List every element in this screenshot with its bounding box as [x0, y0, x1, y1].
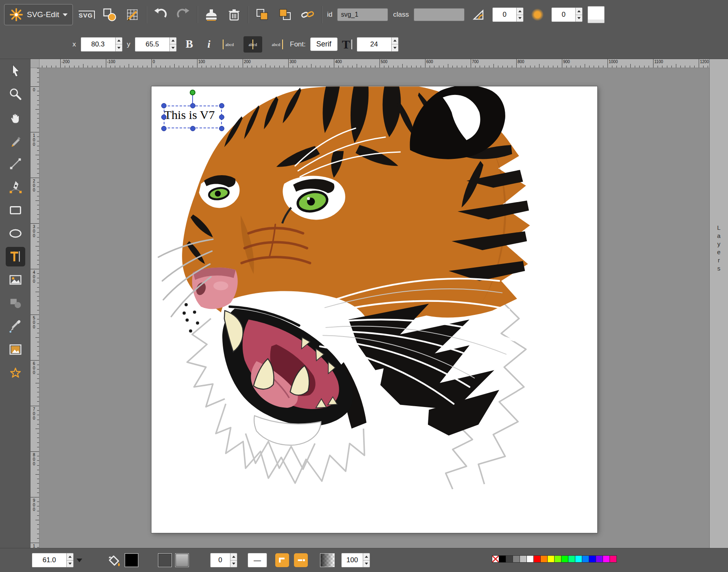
- selection-handle-sw[interactable]: [161, 126, 167, 131]
- canvas[interactable]: This is V7: [151, 86, 597, 533]
- zoom-dropdown-icon[interactable]: [77, 559, 82, 562]
- linejoin-button[interactable]: [275, 553, 289, 567]
- spinner-arrows[interactable]: [169, 37, 176, 51]
- source-editor-button[interactable]: SVG: [78, 6, 96, 24]
- main-menu-button[interactable]: SVG-Edit: [4, 4, 73, 25]
- spinner-arrows[interactable]: [66, 553, 73, 567]
- redo-button[interactable]: [174, 6, 192, 24]
- angle-spinner[interactable]: [492, 7, 524, 22]
- selection-handle-n[interactable]: [190, 103, 195, 108]
- spinner-arrows[interactable]: [230, 553, 237, 567]
- rect-tool-button[interactable]: [6, 200, 25, 220]
- stroke-paint-swatch[interactable]: [175, 553, 189, 567]
- palette-swatch-none[interactable]: [492, 555, 499, 563]
- selection-handle-e[interactable]: [219, 114, 224, 120]
- spinner-arrows[interactable]: [363, 553, 370, 567]
- select-tool-button[interactable]: [6, 61, 25, 81]
- shapes-tool-button[interactable]: [6, 293, 25, 313]
- ellipse-tool-button[interactable]: [6, 224, 25, 243]
- palette-swatch-#ff00ff[interactable]: [603, 555, 610, 563]
- text-tool-button[interactable]: [6, 247, 25, 266]
- font-family-button[interactable]: Serif: [310, 37, 338, 51]
- rotate-grip[interactable]: [190, 90, 195, 95]
- selection-handle-nw[interactable]: [161, 103, 167, 108]
- stroke-color-swatch[interactable]: [158, 553, 172, 567]
- font-size-spinner[interactable]: [357, 37, 399, 52]
- palette-swatch-#3f3f3f[interactable]: [506, 555, 513, 563]
- palette-swatch-#ffff00[interactable]: [547, 555, 555, 563]
- zoom-tool-button[interactable]: [6, 84, 25, 104]
- wireframe-button[interactable]: [101, 6, 118, 24]
- opacity-indicator[interactable]: [320, 553, 335, 567]
- zoom-spinner[interactable]: [32, 553, 74, 568]
- move-to-bottom-button[interactable]: [253, 6, 271, 24]
- palette-swatch-#0000ff[interactable]: [589, 555, 596, 563]
- ruler-label: 1000: [32, 544, 36, 548]
- stroke-style-select[interactable]: —: [248, 553, 267, 568]
- palette-swatch-#ffffff[interactable]: [526, 555, 534, 563]
- pan-tool-button[interactable]: [6, 108, 25, 127]
- y-spinner[interactable]: [135, 37, 177, 52]
- path-tool-button[interactable]: [6, 177, 25, 197]
- layers-panel-collapsed[interactable]: Layers: [709, 59, 728, 548]
- x-spinner[interactable]: [81, 37, 123, 52]
- palette-swatch-#7f00ff[interactable]: [596, 555, 603, 563]
- stroke-width-spinner[interactable]: [210, 553, 237, 568]
- delete-button[interactable]: [225, 6, 243, 24]
- image-tool-button[interactable]: [6, 270, 25, 290]
- selection-handle-ne[interactable]: [219, 103, 224, 108]
- bold-button[interactable]: B: [181, 38, 197, 51]
- text-anchor-middle-button[interactable]: abcd: [243, 36, 262, 53]
- palette-swatch-#00ffff[interactable]: [575, 555, 582, 563]
- blur-input[interactable]: [552, 8, 575, 22]
- undo-button[interactable]: [151, 6, 169, 24]
- font-size-input[interactable]: [357, 37, 391, 51]
- color-palette[interactable]: [492, 555, 616, 563]
- palette-swatch-#ff007f[interactable]: [610, 555, 617, 563]
- tiger-artwork[interactable]: [151, 86, 597, 533]
- palette-swatch-#bfbfbf[interactable]: [520, 555, 527, 563]
- italic-button[interactable]: i: [202, 38, 216, 51]
- selection-handle-se[interactable]: [219, 126, 224, 131]
- linecap-button[interactable]: [294, 553, 308, 567]
- palette-swatch-#000000[interactable]: [499, 555, 506, 563]
- palette-swatch-#7fff00[interactable]: [554, 555, 561, 563]
- make-link-button[interactable]: [299, 6, 317, 24]
- selection-handle-s[interactable]: [190, 126, 195, 131]
- clone-button[interactable]: [202, 6, 220, 24]
- star-tool-button[interactable]: [6, 363, 25, 383]
- move-to-top-button[interactable]: [276, 6, 294, 24]
- id-input[interactable]: [337, 8, 388, 21]
- palette-swatch-#ff7f00[interactable]: [540, 555, 548, 563]
- fill-color-swatch[interactable]: [125, 553, 138, 567]
- text-anchor-start-button[interactable]: abcd: [220, 36, 239, 53]
- angle-input[interactable]: [493, 8, 516, 22]
- palette-swatch-#007fff[interactable]: [582, 555, 589, 563]
- palette-swatch-#00ff00[interactable]: [561, 555, 568, 563]
- palette-swatch-#7f7f7f[interactable]: [513, 555, 520, 563]
- selection-handle-w[interactable]: [161, 114, 167, 120]
- pencil-tool-button[interactable]: [6, 131, 25, 150]
- zoom-input[interactable]: [32, 553, 66, 567]
- eyedropper-tool-button[interactable]: [6, 317, 25, 336]
- x-input[interactable]: [81, 37, 115, 51]
- class-input[interactable]: [414, 8, 465, 21]
- opacity-spinner[interactable]: [341, 553, 370, 568]
- blur-spinner[interactable]: [551, 7, 583, 22]
- library-tool-button[interactable]: [6, 340, 25, 359]
- spinner-arrows[interactable]: [115, 37, 122, 51]
- zoom-control[interactable]: [32, 553, 82, 568]
- editor-prefs-button[interactable]: [123, 6, 141, 24]
- palette-swatch-#ff0000[interactable]: [533, 555, 541, 563]
- opacity-input[interactable]: [342, 553, 363, 567]
- workspace[interactable]: This is V7: [39, 68, 709, 548]
- spinner-arrows[interactable]: [516, 8, 523, 22]
- text-anchor-end-button[interactable]: abcd: [267, 36, 285, 53]
- y-input[interactable]: [135, 37, 169, 51]
- spinner-arrows[interactable]: [391, 37, 398, 51]
- spinner-arrows[interactable]: [575, 8, 582, 22]
- background-color-swatch[interactable]: [588, 6, 605, 23]
- stroke-width-input[interactable]: [211, 553, 230, 567]
- line-tool-button[interactable]: [6, 154, 25, 174]
- palette-swatch-#00ff7f[interactable]: [568, 555, 575, 563]
